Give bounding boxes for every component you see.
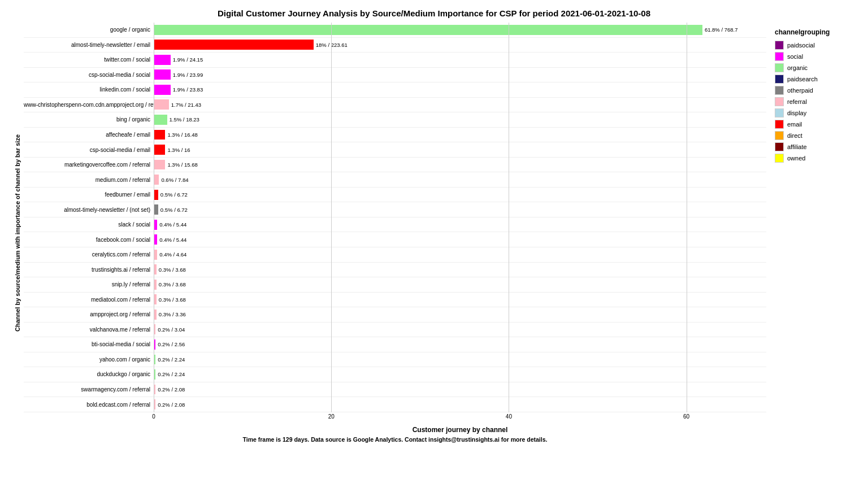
bar-area: 1.3% / 15.68 [154,158,766,172]
bar-area: 0.2% / 2.08 [154,397,766,412]
bar-segment [154,294,157,304]
legend-color-box [775,108,784,117]
bar-row: ceralytics.com / referral0.4% / 4.64 [24,247,766,263]
legend-item-label: social [787,53,803,60]
bar-value-label: 18% / 223.61 [316,42,348,48]
bar-row: swarmagency.com / referral0.2% / 2.08 [24,382,766,398]
bar-value-label: 0.2% / 2.24 [158,356,185,363]
bar-segment [154,130,165,140]
bar-label: feedburner / email [24,191,154,198]
bar-label: almost-timely-newsletter / (not set) [24,207,154,213]
bar-segment [154,55,171,65]
bar-area: 0.3% / 3.68 [154,277,766,292]
chart-title: Digital Customer Journey Analysis by Sou… [11,8,857,18]
bar-segment [154,69,171,80]
bar-row: almost-timely-newsletter / email18% / 22… [24,38,766,53]
legend-item-label: display [787,110,806,116]
bar-value-label: 0.3% / 3.36 [159,311,186,317]
legend-color-box [775,142,784,151]
bar-label: ampproject.org / referral [24,311,154,317]
legend-title: channelgrouping [775,28,857,36]
bar-label: google / organic [24,27,154,33]
chart-container: Digital Customer Journey Analysis by Sou… [0,0,868,488]
legend-color-box [775,154,784,163]
bar-label: ceralytics.com / referral [24,251,154,258]
bar-area: 0.5% / 6.72 [154,202,766,217]
bar-row: marketingovercoffee.com / referral1.3% /… [24,158,766,173]
bar-segment [154,399,155,409]
bar-segment [154,204,158,215]
bar-rows: google / organic61.8% / 768.7almost-time… [24,23,766,412]
bar-segment [154,339,155,350]
bar-value-label: 1.9% / 24.15 [173,56,203,63]
bar-row: ampproject.org / referral0.3% / 3.36 [24,307,766,323]
bar-row: valchanova.me / referral0.2% / 3.04 [24,323,766,338]
bar-area: 0.3% / 3.68 [154,293,766,307]
bar-area: 1.7% / 21.43 [154,98,766,112]
bar-segment [154,369,155,380]
legend-color-box [775,75,784,84]
legend-color-box [775,52,784,61]
x-tick: 20 [328,413,335,420]
x-tick: 40 [506,413,512,420]
bar-segment [154,25,702,35]
bar-label: medium.com / referral [24,177,154,183]
bar-area: 0.2% / 2.24 [154,352,766,367]
x-tick: 60 [683,413,689,420]
bar-row: medium.com / referral0.6% / 7.84 [24,172,766,188]
bar-value-label: 0.3% / 3.68 [159,297,186,303]
bar-label: mediatool.com / referral [24,297,154,303]
bar-area: 0.2% / 2.08 [154,382,766,397]
bar-row: duckduckgo / organic0.2% / 2.24 [24,367,766,382]
bar-value-label: 0.2% / 2.08 [158,386,185,393]
bar-segment [154,220,157,230]
legend-item-label: owned [787,155,805,162]
legend-item: email [775,120,857,129]
bar-area: 0.2% / 2.24 [154,367,766,382]
bar-area: 0.3% / 3.68 [154,263,766,277]
legend-item: referral [775,97,857,106]
bar-row: snip.ly / referral0.3% / 3.68 [24,277,766,293]
legend-color-box [775,120,784,129]
bar-label: slack / social [24,221,154,228]
bar-label: linkedin.com / social [24,86,154,93]
legend-item-label: otherpaid [787,87,813,94]
bar-value-label: 0.4% / 5.44 [159,221,186,228]
bar-segment [154,85,171,95]
bar-row: affecheafe / email1.3% / 16.48 [24,128,766,143]
legend-color-box [775,63,784,72]
legend-item: direct [775,131,857,140]
bar-segment [154,160,165,170]
bar-label: almost-timely-newsletter / email [24,42,154,48]
bar-area: 1.3% / 16.48 [154,128,766,142]
legend-item-label: email [787,121,802,128]
bar-row: csp-social-media / social1.9% / 23.99 [24,68,766,83]
bar-area: 1.9% / 24.15 [154,53,766,67]
bar-row: slack / social0.4% / 5.44 [24,217,766,233]
bar-area: 1.9% / 23.99 [154,68,766,82]
bar-area: 0.4% / 5.44 [154,217,766,232]
x-axis-label: Customer journey by channel [154,426,766,434]
bar-area: 1.5% / 18.23 [154,112,766,127]
bar-value-label: 0.3% / 3.68 [159,281,186,287]
bar-row: almost-timely-newsletter / (not set)0.5%… [24,202,766,217]
bar-label: csp-social-media / email [24,147,154,153]
bar-row: linkedin.com / social1.9% / 23.83 [24,82,766,98]
bar-label: www-christopherspenn-com.cdn.ampproject.… [24,102,154,108]
legend-item: paidsocial [775,41,857,50]
legend-item: paidsearch [775,75,857,84]
bar-row: csp-social-media / email1.3% / 16 [24,142,766,158]
bar-area: 18% / 223.61 [154,38,766,53]
bar-row: bti-social-media / social0.2% / 2.56 [24,337,766,352]
bar-value-label: 0.2% / 2.24 [158,371,185,377]
bar-row: bold.edcast.com / referral0.2% / 2.08 [24,397,766,412]
bar-label: bold.edcast.com / referral [24,402,154,408]
bar-value-label: 1.5% / 18.23 [170,116,199,123]
bar-label: trustinsights.ai / referral [24,267,154,273]
bar-value-label: 1.9% / 23.99 [173,72,203,78]
bar-segment [154,190,158,200]
bar-segment [154,355,155,365]
x-axis-area: 0204060 [24,413,766,425]
bar-label: affecheafe / email [24,132,154,138]
bar-segment [154,385,155,395]
